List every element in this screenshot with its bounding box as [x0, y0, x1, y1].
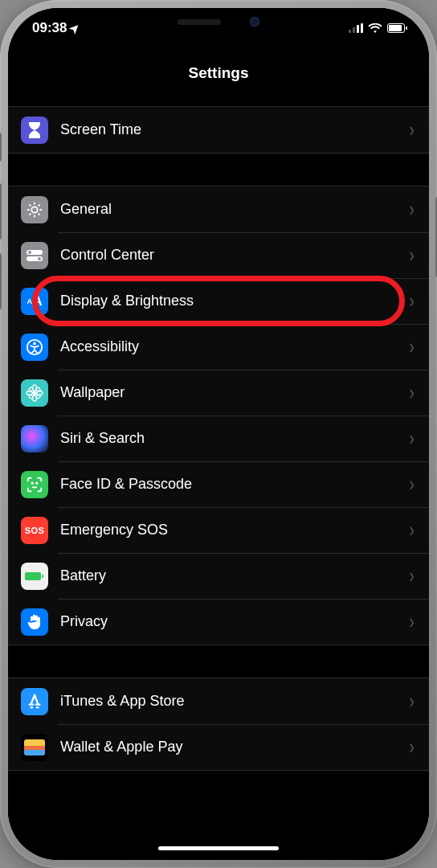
location-icon: ➤ — [67, 19, 84, 36]
row-label: Display & Brightness — [60, 293, 409, 309]
svg-point-14 — [28, 394, 33, 399]
hourglass-icon — [21, 117, 48, 144]
svg-point-9 — [33, 395, 37, 400]
row-label: Face ID & Passcode — [60, 476, 409, 493]
chevron-right-icon: › — [409, 118, 414, 142]
svg-rect-19 — [42, 575, 43, 578]
svg-point-13 — [35, 387, 40, 391]
svg-point-17 — [36, 482, 37, 483]
row-label: Wallet & Apple Pay — [60, 739, 409, 755]
sos-icon: SOS — [21, 517, 48, 544]
volume-up — [0, 183, 2, 240]
row-itunes-appstore[interactable]: iTunes & App Store › — [8, 678, 429, 724]
row-siri-search[interactable]: Siri & Search › — [8, 416, 429, 461]
phone-frame: 09:38 ➤ Settings — [0, 0, 437, 868]
flower-icon — [21, 379, 48, 407]
row-label: Siri & Search — [60, 430, 409, 447]
svg-point-4 — [38, 257, 41, 260]
wifi-icon — [368, 23, 382, 34]
row-screen-time[interactable]: Screen Time › — [8, 107, 429, 153]
row-control-center[interactable]: Control Center › — [8, 232, 429, 278]
row-label: General — [60, 201, 409, 218]
mute-switch — [0, 133, 2, 162]
chevron-right-icon: › — [409, 473, 414, 497]
chevron-right-icon: › — [409, 381, 414, 405]
hand-icon — [21, 608, 48, 636]
screen-bezel: 09:38 ➤ Settings — [8, 8, 429, 860]
home-indicator[interactable] — [158, 846, 279, 850]
chevron-right-icon: › — [409, 690, 414, 714]
page-title: Settings — [189, 64, 249, 82]
chevron-right-icon: › — [409, 564, 414, 588]
text-size-icon: AA — [21, 288, 48, 315]
gear-icon — [21, 196, 48, 223]
chevron-right-icon: › — [409, 735, 414, 760]
row-label: Control Center — [60, 247, 409, 264]
row-battery[interactable]: Battery › — [8, 553, 429, 599]
svg-point-7 — [32, 391, 37, 395]
battery-status-icon — [387, 23, 405, 33]
svg-point-2 — [28, 251, 31, 254]
svg-point-15 — [35, 394, 40, 399]
row-label: Privacy — [60, 613, 409, 630]
nav-bar: Settings — [8, 48, 429, 98]
svg-point-6 — [33, 342, 36, 345]
volume-down — [0, 253, 2, 309]
svg-rect-18 — [25, 572, 41, 580]
settings-section: Screen Time › — [8, 106, 429, 154]
row-privacy[interactable]: Privacy › — [8, 599, 429, 645]
row-wallpaper[interactable]: Wallpaper › — [8, 370, 429, 416]
wallet-icon — [21, 734, 48, 761]
row-wallet-apple-pay[interactable]: Wallet & Apple Pay › — [8, 724, 429, 770]
row-label: Battery — [60, 567, 409, 584]
row-label: Accessibility — [60, 338, 409, 355]
screen-content: Settings Screen Time › — [8, 8, 429, 860]
svg-point-10 — [27, 391, 32, 395]
front-camera — [250, 17, 259, 27]
earpiece — [178, 19, 221, 25]
row-label: iTunes & App Store — [60, 693, 409, 710]
chevron-right-icon: › — [409, 244, 414, 268]
accessibility-icon — [21, 334, 48, 361]
chevron-right-icon: › — [409, 610, 414, 634]
row-face-id[interactable]: Face ID & Passcode › — [8, 461, 429, 507]
chevron-right-icon: › — [409, 427, 414, 451]
settings-section: General › Control Center › AA — [8, 186, 429, 645]
row-label: Wallpaper — [60, 384, 409, 401]
siri-icon — [21, 425, 48, 452]
switches-icon — [21, 242, 48, 269]
settings-list[interactable]: Screen Time › General › — [8, 98, 429, 860]
svg-point-0 — [31, 207, 37, 212]
svg-point-11 — [37, 391, 43, 395]
cellular-icon — [349, 23, 363, 33]
faceid-icon — [21, 471, 48, 498]
row-label: Screen Time — [60, 121, 409, 138]
row-label: Emergency SOS — [60, 522, 409, 538]
chevron-right-icon: › — [409, 335, 414, 359]
notch — [126, 8, 311, 35]
svg-point-16 — [32, 482, 33, 483]
row-display-brightness[interactable]: AA Display & Brightness › — [8, 278, 429, 324]
chevron-right-icon: › — [409, 198, 414, 222]
status-time: 09:38 — [32, 20, 67, 36]
chevron-right-icon: › — [409, 518, 414, 542]
settings-section: iTunes & App Store › Wallet & Apple Pay … — [8, 678, 429, 771]
row-general[interactable]: General › — [8, 186, 429, 232]
row-accessibility[interactable]: Accessibility › — [8, 324, 429, 370]
appstore-icon — [21, 688, 48, 715]
svg-point-12 — [28, 387, 33, 391]
svg-point-8 — [33, 384, 37, 390]
row-emergency-sos[interactable]: SOS Emergency SOS › — [8, 507, 429, 553]
battery-icon — [21, 563, 48, 590]
chevron-right-icon: › — [409, 289, 414, 313]
